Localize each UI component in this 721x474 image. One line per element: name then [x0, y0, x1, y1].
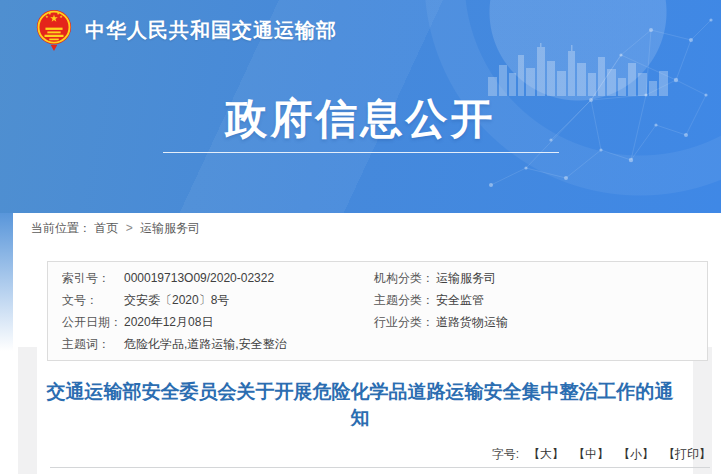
banner: 中华人民共和国交通运输部: [0, 0, 721, 213]
meta-label-index: 索引号：: [62, 267, 124, 289]
meta-label-industry: 行业分类：: [374, 311, 436, 333]
breadcrumb-label: 当前位置：: [31, 221, 91, 235]
meta-value-docno: 交安委〔2020〕8号: [124, 289, 374, 311]
document-meta-table: 索引号： 000019713O09/2020-02322 机构分类： 运输服务司…: [47, 261, 708, 361]
font-size-label: 字号:: [492, 446, 519, 463]
national-emblem-icon: [35, 7, 73, 53]
print-button[interactable]: 【打印】: [663, 446, 711, 463]
table-row: 文号： 交安委〔2020〕8号 主题分类： 安全监管: [48, 289, 707, 311]
side-strip-left: [18, 347, 37, 474]
content-divider: [50, 467, 710, 468]
meta-label-org: 机构分类：: [374, 267, 436, 289]
table-row: 公开日期： 2020年12月08日 行业分类： 道路货物运输: [48, 311, 707, 333]
breadcrumb-home-link[interactable]: 首页: [94, 221, 118, 235]
breadcrumb-section-link[interactable]: 运输服务司: [140, 221, 200, 235]
meta-value-industry: 道路货物运输: [436, 311, 707, 333]
page-title: 政府信息公开: [0, 95, 721, 143]
meta-label-topic: 主题分类：: [374, 289, 436, 311]
meta-label-date: 公开日期：: [62, 311, 124, 333]
table-row: 主题词： 危险化学品,道路运输,安全整治: [48, 333, 707, 355]
breadcrumb-separator: >: [126, 221, 133, 235]
font-size-small-button[interactable]: 【小】: [618, 446, 654, 463]
font-size-large-button[interactable]: 【大】: [528, 446, 564, 463]
left-gradient-strip: [0, 213, 13, 351]
meta-label-keywords: 主题词：: [62, 333, 124, 355]
document-title: 交通运输部安全委员会关于开展危险化学品道路运输安全集中整治工作的通知: [40, 379, 680, 431]
meta-value-keywords: 危险化学品,道路运输,安全整治: [124, 333, 374, 355]
font-size-toolbar: 字号: 【大】 【中】 【小】 【打印】: [492, 446, 711, 463]
font-size-medium-button[interactable]: 【中】: [573, 446, 609, 463]
meta-label-docno: 文号：: [62, 289, 124, 311]
site-title: 中华人民共和国交通运输部: [85, 17, 337, 44]
meta-value-date: 2020年12月08日: [124, 311, 374, 333]
table-row: 索引号： 000019713O09/2020-02322 机构分类： 运输服务司: [48, 267, 707, 289]
breadcrumb: 当前位置： 首页 > 运输服务司: [31, 220, 200, 237]
title-underline: [163, 152, 559, 153]
meta-value-org: 运输服务司: [436, 267, 707, 289]
gov-home-link[interactable]: 中华人民共和国交通运输部: [35, 7, 337, 53]
meta-value-topic: 安全监管: [436, 289, 707, 311]
meta-value-index: 000019713O09/2020-02322: [124, 267, 374, 289]
page: 中华人民共和国交通运输部: [0, 0, 721, 474]
